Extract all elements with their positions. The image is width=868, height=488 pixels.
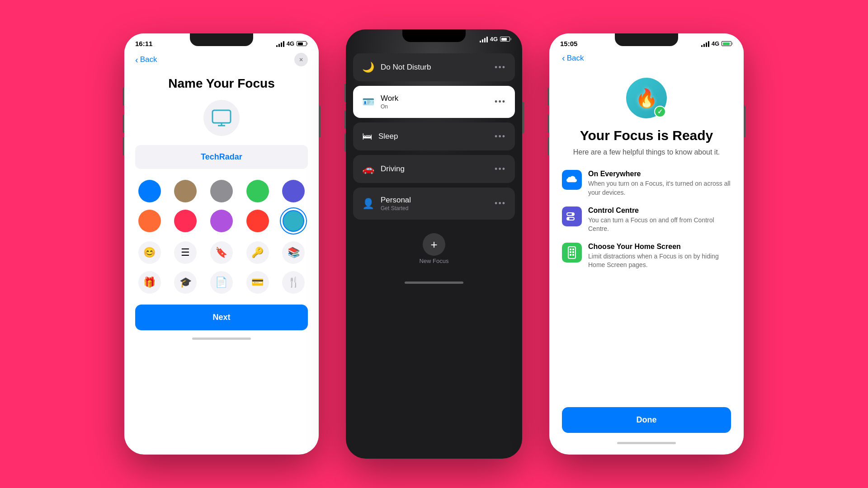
focus-item-driving-dots[interactable]: ••• [495,164,506,174]
color-green[interactable] [246,180,269,202]
focus-icon-circle [203,100,240,136]
screen-1: 16:11 4G [124,33,319,455]
color-teal[interactable] [282,210,305,232]
car-icon: 🚗 [362,163,374,175]
cloud-icon [562,170,582,190]
back-label-3: Back [567,54,584,63]
svg-rect-12 [570,254,571,256]
back-button-3[interactable]: ‹ Back [562,53,584,63]
focus-list: 🌙 Do Not Disturb ••• 🪪 Work On ••• [346,44,522,277]
home-indicator-3 [617,442,676,444]
svg-rect-7 [568,247,576,258]
focus-item-driving[interactable]: 🚗 Driving ••• [353,155,515,183]
icon-card[interactable]: 💳 [246,271,269,294]
color-red[interactable] [246,210,269,232]
focus-item-personal-sub: Get Started [381,205,411,211]
feature-title-control: Control Centre [588,206,731,215]
done-button[interactable]: Done [562,407,731,433]
svg-point-6 [567,217,570,220]
name-input[interactable]: TechRadar [135,145,308,169]
back-button-1[interactable]: ‹ Back [135,55,157,65]
icon-gift[interactable]: 🎁 [138,271,161,294]
add-label: New Focus [419,258,448,264]
icon-books[interactable]: 📚 [282,241,305,264]
next-button[interactable]: Next [135,305,308,330]
feature-desc-everywhere: When you turn on a Focus, it's turned on… [588,179,731,197]
color-purple[interactable] [282,180,305,202]
time-1: 16:11 [135,40,152,47]
focus-item-dnd-left: 🌙 Do Not Disturb [362,61,431,73]
focus-item-sleep-text: Sleep [378,132,398,141]
focus-item-sleep-dots[interactable]: ••• [495,132,506,141]
icon-graduation[interactable]: 🎓 [174,271,197,294]
app-icon-large: 🔥 ✓ [626,78,667,118]
icon-key[interactable]: 🔑 [246,241,269,264]
focus-item-personal-dots[interactable]: ••• [495,199,506,208]
focus-item-driving-left: 🚗 Driving [362,163,405,175]
status-icons-2: 4G [480,36,511,42]
network-type-1: 4G [287,40,294,47]
feature-text-control: Control Centre You can turn a Focus on a… [588,206,731,234]
chevron-left-icon-1: ‹ [135,55,138,65]
work-icon: 🪪 [362,96,374,108]
notch-3 [615,33,678,46]
battery-icon-3 [722,41,733,46]
focus-item-dnd-dots[interactable]: ••• [495,63,506,72]
feature-item-everywhere: On Everywhere When you turn on a Focus, … [562,170,731,197]
status-icons-3: 4G [701,40,733,47]
screen1-content: ‹ Back × Name Your Focus [124,49,319,448]
time-3: 15:05 [560,40,577,47]
icon-bookmark[interactable]: 🔖 [210,241,233,264]
focus-item-work-left: 🪪 Work On [362,94,398,110]
close-icon-1: × [299,56,303,63]
nav-bar-3: ‹ Back [562,49,731,69]
focus-item-sleep-left: 🛏 Sleep [362,131,398,142]
icon-list[interactable]: ☰ [174,241,197,264]
focus-item-work-sub: On [381,103,398,110]
color-tan[interactable] [174,180,197,202]
flame-icon: 🔥 [635,88,658,109]
color-orange[interactable] [138,210,161,232]
icon-emoji[interactable]: 😊 [138,241,161,264]
svg-rect-10 [570,251,571,253]
color-pink[interactable] [174,210,197,232]
notch-2 [402,29,466,42]
plus-icon: + [430,238,437,252]
icon-fork[interactable]: 🍴 [282,271,305,294]
focus-item-dnd[interactable]: 🌙 Do Not Disturb ••• [353,53,515,81]
focus-item-personal[interactable]: 👤 Personal Get Started ••• [353,188,515,220]
feature-desc-home: Limit distractions when a Focus is on by… [588,252,731,270]
focus-item-work[interactable]: 🪪 Work On ••• [353,86,515,118]
close-button-1[interactable]: × [294,53,308,66]
phone-1: 16:11 4G [124,33,319,455]
feature-text-everywhere: On Everywhere When you turn on a Focus, … [588,170,731,197]
back-label-1: Back [140,55,157,64]
chevron-left-icon-3: ‹ [562,53,565,63]
signal-icon-2 [480,36,488,42]
svg-rect-11 [572,251,574,253]
svg-point-4 [572,213,574,215]
color-gray[interactable] [210,180,233,202]
focus-item-sleep-name: Sleep [378,132,398,141]
phone-screen-icon [562,243,582,263]
icon-container-1 [135,100,308,136]
toggle-icon [562,206,582,226]
moon-icon: 🌙 [362,61,374,73]
add-button[interactable]: + [423,233,445,256]
battery-icon-2 [500,37,511,42]
icon-grid: 😊 ☰ 🔖 🔑 📚 🎁 🎓 📄 💳 🍴 [135,241,308,294]
color-blue[interactable] [138,180,161,202]
phone-3: 15:05 4G [549,33,744,455]
icon-document[interactable]: 📄 [210,271,233,294]
person-icon: 👤 [362,198,374,210]
battery-icon-1 [297,41,308,46]
home-indicator-1 [192,338,251,340]
focus-item-work-dots[interactable]: ••• [495,97,506,107]
color-violet[interactable] [210,210,233,232]
focus-item-driving-name: Driving [381,164,405,174]
focus-item-sleep[interactable]: 🛏 Sleep ••• [353,122,515,150]
focus-item-work-text: Work On [381,94,398,110]
screen-2: 4G 🌙 Do Not Disturb ••• [346,29,522,459]
notch-1 [190,33,253,46]
feature-title-home: Choose Your Home Screen [588,243,731,251]
